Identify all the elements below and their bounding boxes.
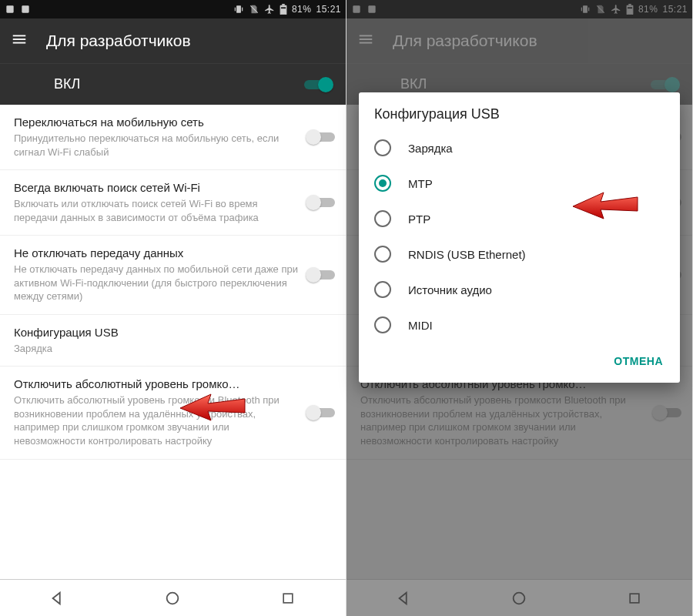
setting-subtitle: Принудительно переключаться на мобильную…: [14, 132, 300, 159]
radio-option[interactable]: PTP: [359, 201, 680, 236]
phone-left: 81% 15:21 Для разработчиков ВКЛ Переключ…: [0, 0, 346, 616]
setting-switch[interactable]: [307, 406, 335, 420]
svg-rect-9: [281, 8, 286, 14]
setting-title: Отключить абсолютный уровень громко…: [14, 377, 300, 390]
radio-option[interactable]: Зарядка: [359, 130, 680, 166]
settings-list[interactable]: Переключаться на мобильную сетьПринудите…: [0, 105, 346, 579]
setting-switch[interactable]: [307, 268, 335, 282]
dialog-title: Конфигурация USB: [359, 92, 680, 130]
setting-row[interactable]: Отключить абсолютный уровень громко…Откл…: [0, 367, 346, 459]
cancel-button[interactable]: ОТМЕНА: [606, 349, 671, 373]
svg-rect-14: [283, 594, 293, 603]
nav-home[interactable]: [149, 585, 196, 611]
setting-row[interactable]: Всегда включать поиск сетей Wi-FiВключат…: [0, 170, 346, 236]
setting-subtitle: Зарядка: [14, 342, 300, 356]
menu-icon[interactable]: [11, 31, 28, 51]
svg-rect-0: [6, 5, 13, 12]
vibrate-icon: [233, 4, 244, 15]
svg-rect-11: [13, 38, 26, 40]
notification-icon: [20, 4, 31, 15]
radio-label: RNDIS (USB Ethernet): [408, 248, 526, 261]
nav-recent[interactable]: [265, 585, 311, 611]
radio-icon: [374, 139, 391, 156]
radio-label: MTP: [408, 177, 433, 190]
setting-row[interactable]: Переключаться на мобильную сетьПринудите…: [0, 105, 346, 170]
setting-title: Конфигурация USB: [14, 326, 300, 339]
svg-rect-4: [242, 8, 243, 12]
setting-switch[interactable]: [307, 196, 335, 209]
airplane-icon: [264, 4, 275, 15]
radio-icon: [374, 281, 391, 298]
svg-rect-2: [236, 5, 241, 12]
no-sim-icon: [249, 4, 259, 15]
setting-title: Переключаться на мобильную сеть: [14, 116, 300, 129]
radio-label: Зарядка: [408, 142, 453, 155]
master-toggle-label: ВКЛ: [54, 76, 304, 92]
battery-icon: [280, 4, 287, 15]
svg-rect-10: [13, 35, 26, 37]
radio-option[interactable]: MIDI: [359, 307, 680, 343]
setting-row[interactable]: Конфигурация USBЗарядка: [0, 315, 346, 367]
clock: 15:21: [316, 4, 341, 15]
navbar: [0, 579, 346, 616]
radio-icon: [374, 316, 391, 333]
notification-icon: [5, 4, 15, 15]
radio-label: Источник аудио: [408, 283, 492, 296]
svg-point-13: [167, 592, 179, 604]
radio-icon: [374, 246, 391, 263]
statusbar: 81% 15:21: [0, 0, 346, 18]
radio-icon: [374, 175, 391, 192]
page-title: Для разработчиков: [46, 32, 191, 50]
radio-option[interactable]: Источник аудио: [359, 272, 680, 307]
usb-config-dialog: Конфигурация USB ЗарядкаMTPPTPRNDIS (USB…: [359, 92, 680, 383]
svg-rect-6: [282, 4, 285, 5]
radio-option[interactable]: MTP: [359, 166, 680, 201]
battery-percent: 81%: [292, 4, 312, 15]
setting-subtitle: Отключить абсолютный уровень громкости B…: [14, 393, 300, 447]
radio-option[interactable]: RNDIS (USB Ethernet): [359, 236, 680, 272]
master-toggle-row[interactable]: ВКЛ: [0, 63, 346, 105]
setting-subtitle: Не отключать передачу данных по мобильно…: [14, 263, 300, 303]
setting-title: Не отключать передачу данных: [14, 246, 300, 259]
svg-rect-3: [235, 8, 236, 12]
setting-title: Всегда включать поиск сетей Wi-Fi: [14, 181, 300, 194]
radio-icon: [374, 210, 391, 227]
svg-rect-1: [22, 5, 28, 12]
radio-label: PTP: [408, 213, 430, 226]
svg-rect-12: [13, 42, 26, 44]
setting-switch[interactable]: [307, 130, 335, 144]
nav-back[interactable]: [35, 585, 81, 611]
master-toggle-switch[interactable]: [304, 78, 332, 92]
phone-right: 81% 15:21 Для разработчиков ВКЛ Переключ…: [346, 0, 693, 616]
appbar: Для разработчиков: [0, 18, 346, 63]
setting-row[interactable]: Не отключать передачу данныхНе отключать…: [0, 236, 346, 315]
setting-subtitle: Включать или отключать поиск сетей Wi-Fi…: [14, 197, 300, 224]
radio-label: MIDI: [408, 319, 433, 332]
